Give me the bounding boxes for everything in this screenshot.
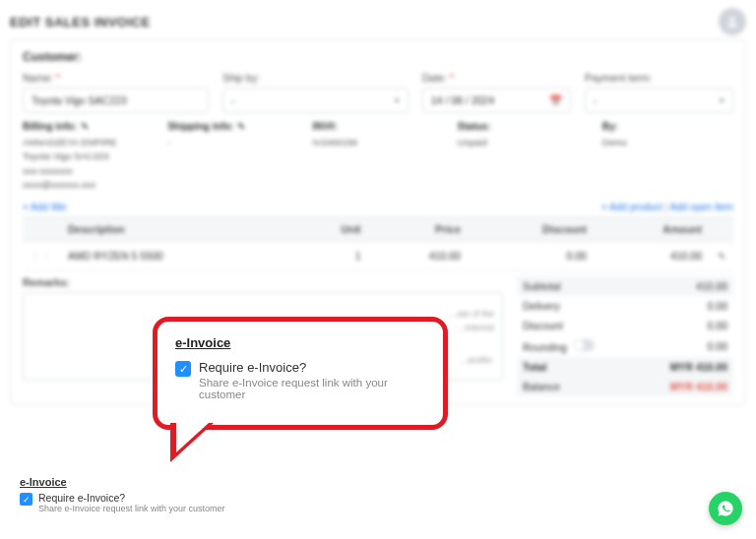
- einvoice-section: e-Invoice ✓ Require e-Invoice? Share e-I…: [20, 476, 225, 513]
- status-value: Unpaid: [458, 136, 589, 150]
- einvoice-subtext: Share e-Invoice request link with your c…: [38, 504, 225, 513]
- totals-table: Subtotal410.00 Delivery0.00 Discount0.00…: [517, 276, 733, 396]
- name-input[interactable]: Toyota Vigo SAC223: [23, 88, 209, 113]
- discount-value: 0.00: [635, 316, 733, 335]
- col-amount: Amount: [595, 217, 710, 242]
- add-product-link[interactable]: + Add product: [601, 202, 662, 212]
- chevron-down-icon: ▾: [395, 95, 400, 105]
- rounding-label: Rounding: [523, 341, 567, 353]
- total-value: MYR 410.00: [635, 357, 733, 377]
- date-input[interactable]: 14 / 08 / 2024📅: [422, 88, 571, 113]
- date-value: 14 / 08 / 2024: [431, 94, 494, 106]
- name-label: Name:: [23, 72, 209, 84]
- balance-label: Balance: [517, 377, 635, 396]
- rounding-toggle[interactable]: [573, 339, 595, 351]
- callout-title: e-Invoice: [175, 335, 425, 350]
- customer-section-title: Customer:: [23, 50, 733, 64]
- einvoice-question: Require e-Invoice?: [38, 492, 225, 504]
- add-open-item-link[interactable]: Add open item: [670, 202, 734, 212]
- callout-subtext: Share e-Invoice request link with your c…: [199, 377, 425, 400]
- remarks-label: Remarks:: [23, 276, 503, 288]
- einvoice-callout: e-Invoice ✓ Require e-Invoice? Share e-I…: [153, 317, 458, 474]
- payment-select[interactable]: -▾: [585, 88, 733, 113]
- billing-text: ANNADZEYA EMPIRE Toyota Vigo SAC223 xxx-…: [23, 136, 154, 192]
- col-price: Price: [369, 217, 469, 242]
- col-description: Description: [60, 217, 293, 242]
- status-label: Status:: [458, 121, 589, 132]
- page-title: EDIT SALES INVOICE: [10, 15, 151, 30]
- require-einvoice-checkbox[interactable]: ✓: [175, 361, 191, 377]
- delivery-label: Delivery: [517, 296, 635, 316]
- pencil-icon[interactable]: ✎: [237, 121, 245, 132]
- cell-discount: 0.00: [469, 242, 595, 270]
- callout-question: Require e-Invoice?: [199, 360, 425, 375]
- discount-label: Discount: [517, 316, 635, 335]
- date-label: Date:: [422, 72, 571, 84]
- pencil-icon[interactable]: ✎: [710, 242, 733, 270]
- rounding-value: 0.00: [635, 335, 733, 357]
- whatsapp-fab[interactable]: [709, 492, 742, 525]
- balance-value: MYR 410.00: [635, 377, 733, 396]
- subtotal-label: Subtotal: [517, 276, 635, 296]
- by-label: By:: [602, 121, 733, 132]
- user-avatar[interactable]: [719, 8, 746, 35]
- table-row[interactable]: ⋮⋮ AMD RYZEN 5 5500 1 410.00 0.00 410.00…: [23, 242, 733, 270]
- drag-handle-icon[interactable]: ⋮⋮: [23, 242, 60, 270]
- cell-description: AMD RYZEN 5 5500: [60, 242, 293, 270]
- shipping-label: Shipping info:: [167, 121, 233, 132]
- einvoice-title: e-Invoice: [20, 476, 225, 488]
- inv-value: IV2400156: [312, 136, 443, 150]
- ship-select[interactable]: -▾: [222, 88, 409, 113]
- add-title-link[interactable]: + Add title: [23, 202, 66, 212]
- line-items-table: Description Unit Price Discount Amount ⋮…: [23, 216, 733, 270]
- cell-price: 410.00: [369, 242, 469, 270]
- shipping-text: -: [167, 136, 298, 150]
- chevron-down-icon: ▾: [720, 95, 724, 105]
- ship-value: -: [231, 94, 235, 106]
- subtotal-value: 410.00: [635, 276, 733, 296]
- col-unit: Unit: [293, 217, 369, 242]
- inv-label: INV#:: [312, 121, 443, 132]
- name-value: Toyota Vigo SAC223: [32, 94, 127, 106]
- cell-unit: 1: [293, 242, 369, 270]
- payment-label: Payment term:: [585, 72, 733, 84]
- by-value: Demo: [602, 136, 733, 150]
- person-icon: [725, 15, 739, 29]
- billing-label: Billing info:: [23, 121, 77, 132]
- delivery-value: 0.00: [635, 296, 733, 316]
- ship-label: Ship by:: [222, 72, 409, 84]
- whatsapp-icon: [717, 500, 734, 517]
- require-einvoice-checkbox[interactable]: ✓: [20, 493, 32, 506]
- payment-value: -: [594, 94, 598, 106]
- col-discount: Discount: [469, 217, 595, 242]
- pencil-icon[interactable]: ✎: [81, 121, 89, 132]
- calendar-icon: 📅: [549, 94, 562, 107]
- svg-point-0: [730, 17, 735, 22]
- total-label: Total: [517, 357, 635, 377]
- cell-amount: 410.00: [595, 242, 710, 270]
